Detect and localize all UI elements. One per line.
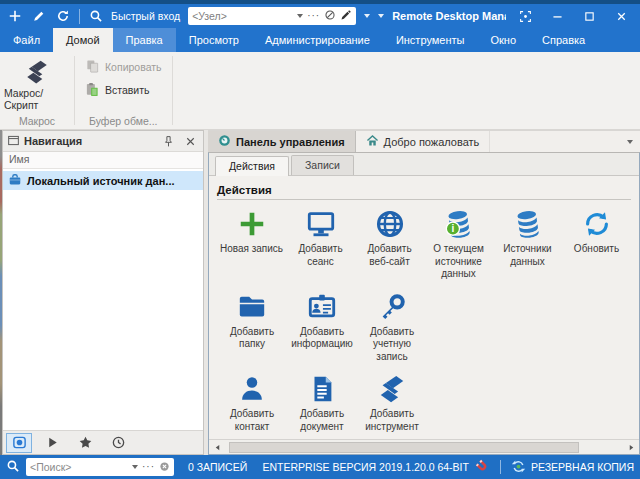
search-quick-button[interactable] [85, 6, 107, 26]
favorites-view-button[interactable] [72, 433, 98, 453]
add-document-icon [307, 373, 337, 405]
title-menu-chevron-icon[interactable] [378, 14, 384, 18]
action-add-folder[interactable]: Добавить папку [217, 285, 287, 368]
ellipsis-button[interactable]: ··· [307, 11, 320, 21]
quick-connect-dropdown-icon[interactable] [364, 14, 370, 18]
navigation-footer-toolbar [3, 430, 203, 454]
close-panel-button[interactable] [181, 133, 199, 150]
ribbon-tab-window[interactable]: Окно [477, 28, 529, 52]
current-data-source-info-icon: i [444, 208, 474, 240]
name-column-header[interactable]: Имя [3, 152, 203, 169]
macro-script-label: Макрос/Скрипт [4, 87, 70, 111]
tree-item-local-data-source[interactable]: Локальный источник дан... [3, 171, 203, 190]
search-dropdown-icon[interactable] [132, 465, 138, 469]
sessions-view-button[interactable] [6, 433, 32, 453]
add-contact-icon [237, 373, 267, 405]
action-label: Добавить сеанс [288, 243, 353, 268]
add-entry-quick-button[interactable] [4, 6, 26, 26]
action-add-website[interactable]: Добавить веб-сайт [355, 202, 424, 285]
ribbon-tab-view[interactable]: Просмотр [176, 28, 252, 52]
toolbar-separator [79, 9, 80, 24]
paste-icon [85, 82, 100, 99]
clear-search-icon[interactable] [159, 461, 170, 474]
ribbon-group-label-macro: Макрос [4, 112, 70, 129]
action-refresh[interactable]: Обновить [562, 202, 631, 285]
chevron-down-icon[interactable] [297, 14, 303, 18]
edit-entry-quick-button[interactable] [28, 6, 50, 26]
main-area: Навигация Имя Локальный источник дан... [0, 130, 640, 455]
action-add-document[interactable]: Добавить документ [287, 367, 357, 437]
ribbon-tab-edit[interactable]: Правка [113, 28, 176, 52]
ribbon-tab-file[interactable]: Файл [0, 28, 53, 52]
ribbon-tab-home[interactable]: Домой [53, 28, 113, 52]
ribbon-group-clipboard: Копировать Вставить Буфер обме... [75, 52, 172, 129]
action-data-sources[interactable]: Источники данных [493, 202, 562, 285]
dashboard-panel: Действия Записи ДействияНовая записьДоба… [208, 152, 640, 455]
maximize-button[interactable] [574, 5, 604, 27]
no-template-icon[interactable] [324, 7, 336, 25]
scroll-left-icon[interactable] [209, 440, 225, 454]
add-website-icon [375, 208, 405, 240]
close-button[interactable] [606, 5, 636, 27]
subtab-actions[interactable]: Действия [215, 156, 289, 176]
statusbar-separator [500, 460, 501, 474]
add-tool-icon [377, 373, 407, 405]
action-add-credentials[interactable]: Добавить учетную запись [357, 285, 427, 368]
ribbon-tab-tools[interactable]: Инструменты [383, 28, 478, 52]
workspace: Панель управления Добро пожаловать Дейст… [208, 130, 640, 455]
action-new-entry[interactable]: Новая запись [217, 202, 286, 285]
minimize-button[interactable] [542, 5, 572, 27]
action-label: О текущем источнике данных [426, 243, 491, 281]
focus-mode-button[interactable] [510, 5, 540, 27]
action-add-contact[interactable]: Добавить контакт [217, 367, 287, 437]
paste-label: Вставить [105, 84, 150, 96]
action-label: Добавить веб-сайт [357, 243, 422, 268]
backup-status[interactable]: РЕЗЕРВНАЯ КОПИЯ [511, 459, 634, 476]
macro-script-icon [24, 59, 50, 87]
svg-text:i: i [451, 223, 454, 234]
refresh-quick-button[interactable] [52, 6, 74, 26]
action-label: Добавить информацию [289, 326, 355, 351]
quick-connect-combobox[interactable]: <Узел> ··· [188, 7, 356, 25]
macro-script-button[interactable]: Макрос/Скрипт [4, 55, 70, 111]
statusbar: <Поиск> ··· 0 ЗАПИСЕЙ ENTERPRISE ВЕРСИЯ … [0, 455, 640, 479]
history-view-button[interactable] [105, 433, 131, 453]
pin-panel-button[interactable] [159, 133, 177, 150]
scroll-right-icon[interactable] [623, 440, 639, 454]
horizontal-scrollbar[interactable] [209, 439, 639, 454]
dashboard-subtabs: Действия Записи [209, 153, 639, 176]
ribbon-group-label-clipboard: Буфер обме... [79, 112, 168, 129]
tab-dashboard[interactable]: Панель управления [208, 131, 356, 152]
quick-connect-label: Быстрый вход [111, 10, 180, 22]
action-add-information[interactable]: Добавить информацию [287, 285, 357, 368]
tab-welcome[interactable]: Добро пожаловать [356, 131, 491, 152]
copy-button[interactable]: Копировать [79, 57, 168, 77]
scrollbar-thumb[interactable] [229, 442, 579, 453]
action-add-session[interactable]: Добавить сеанс [286, 202, 355, 285]
tab-list-dropdown[interactable] [620, 131, 640, 152]
panel-icon [7, 134, 20, 149]
ribbon-group-macro: Макрос/Скрипт Макрос [0, 52, 74, 129]
navigation-tree: Локальный источник дан... [3, 169, 203, 430]
action-label: Добавить учетную запись [359, 326, 425, 364]
subtab-entries[interactable]: Записи [291, 155, 354, 175]
ribbon-empty-area [173, 52, 640, 129]
quick-connect-value: <Узел> [192, 10, 293, 22]
navigation-panel-header: Навигация [3, 131, 203, 152]
search-input[interactable]: <Поиск> ··· [26, 458, 174, 476]
ribbon-tab-help[interactable]: Справка [529, 28, 598, 52]
search-options-button[interactable]: ··· [142, 462, 155, 472]
dashboard-content: ДействияНовая записьДобавить сеансДобави… [209, 176, 639, 439]
tree-item-label: Локальный источник дан... [27, 175, 175, 187]
action-label: Обновить [574, 243, 619, 256]
action-current-data-source-info[interactable]: iО текущем источнике данных [424, 202, 493, 285]
offline-magnet-icon[interactable] [475, 459, 490, 476]
brush-icon[interactable] [340, 7, 352, 25]
remote-desktop-manager-window: Быстрый вход <Узел> ··· Remote Desktop M… [0, 0, 640, 479]
navigation-panel: Навигация Имя Локальный источник дан... [2, 130, 204, 455]
ribbon-tab-administration[interactable]: Администрирование [252, 28, 383, 52]
action-add-tool[interactable]: Добавить инструмент [357, 367, 427, 437]
paste-button[interactable]: Вставить [79, 80, 168, 100]
backup-label: РЕЗЕРВНАЯ КОПИЯ [531, 461, 634, 473]
play-view-button[interactable] [39, 433, 65, 453]
